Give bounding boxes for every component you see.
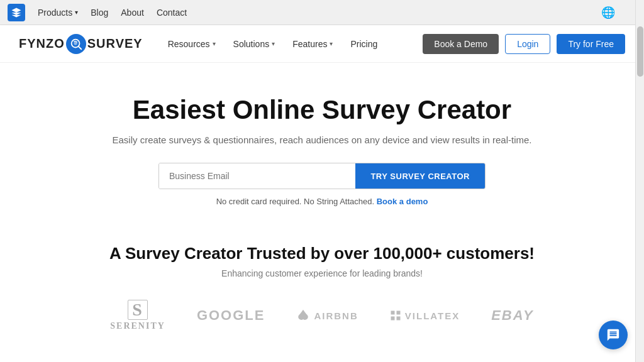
- book-demo-link[interactable]: Book a demo: [377, 197, 428, 206]
- svg-rect-5: [391, 317, 394, 321]
- chevron-down-icon: ▾: [272, 40, 275, 47]
- ebay-logo: ebay: [491, 307, 534, 324]
- nav-actions: Book a Demo Login Try for Free: [423, 34, 625, 54]
- chevron-down-icon: ▾: [330, 40, 333, 47]
- top-nav-blog[interactable]: Blog: [91, 8, 108, 18]
- top-nav-contact[interactable]: Contact: [157, 8, 187, 18]
- hero-heading: Easiest Online Survey Creator: [13, 94, 631, 126]
- no-cc-text: No credit card required. No String Attac…: [13, 197, 631, 206]
- svg-rect-3: [391, 311, 394, 315]
- nav-solutions[interactable]: Solutions ▾: [227, 35, 282, 53]
- email-form: TRY SURVEY CREATOR: [158, 163, 486, 189]
- svg-rect-4: [396, 311, 400, 315]
- main-nav-links: Resources ▾ Solutions ▾ Features ▾ Prici…: [162, 35, 423, 53]
- google-logo: Google: [197, 307, 265, 324]
- svg-line-1: [78, 46, 81, 49]
- nav-pricing[interactable]: Pricing: [344, 35, 384, 53]
- svg-rect-6: [396, 317, 400, 321]
- scrollbar-thumb[interactable]: [637, 26, 643, 77]
- top-nav-about[interactable]: About: [121, 8, 144, 18]
- top-nav-products[interactable]: Products ▾: [38, 8, 78, 18]
- chat-widget[interactable]: [599, 321, 628, 349]
- try-survey-button[interactable]: TRY SURVEY CREATOR: [355, 163, 485, 189]
- book-demo-button[interactable]: Book a Demo: [423, 34, 499, 54]
- nav-features[interactable]: Features ▾: [286, 35, 339, 53]
- trust-heading: A Survey Creator Trusted by over 100,000…: [13, 244, 631, 263]
- brand-logos: S SERENITY Google airbnb Villatex ebay: [13, 293, 631, 337]
- chevron-down-icon: ▾: [213, 40, 216, 47]
- brand-logo[interactable]: FYNZO SURVEY: [19, 34, 143, 54]
- email-input[interactable]: [159, 163, 355, 189]
- login-button[interactable]: Login: [505, 34, 550, 54]
- villatex-logo: Villatex: [390, 310, 460, 321]
- language-icon[interactable]: 🌐: [601, 6, 615, 19]
- scrollbar[interactable]: [635, 0, 644, 362]
- chevron-down-icon: ▾: [75, 9, 78, 16]
- serenity-logo: S SERENITY: [110, 300, 165, 331]
- trust-subtitle: Enhancing customer experience for leadin…: [13, 268, 631, 278]
- airbnb-logo: airbnb: [296, 309, 358, 322]
- nav-resources[interactable]: Resources ▾: [162, 35, 222, 53]
- app-logo: [8, 4, 25, 21]
- logo-icon: [66, 34, 86, 54]
- try-free-button[interactable]: Try for Free: [557, 34, 625, 54]
- hero-subtitle: Easily create surveys & questionnaires, …: [13, 134, 631, 145]
